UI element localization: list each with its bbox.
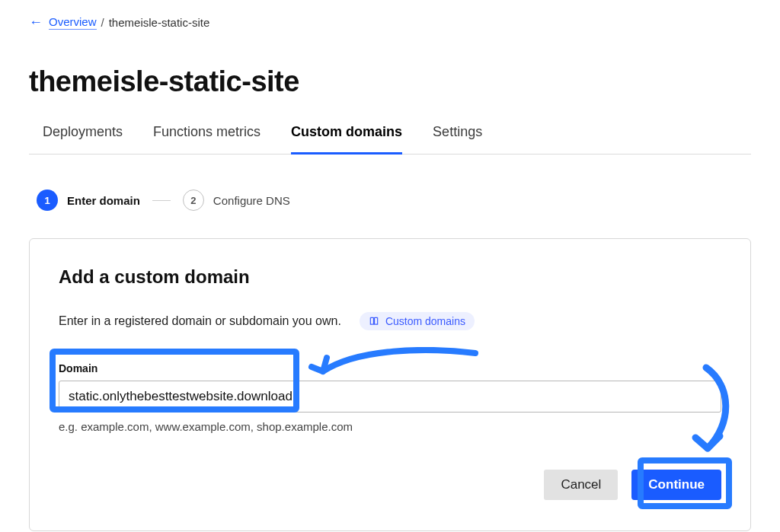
continue-button[interactable]: Continue [631, 470, 721, 500]
step-number-badge: 1 [37, 190, 58, 211]
domain-hint: e.g. example.com, www.example.com, shop.… [59, 420, 721, 433]
card-subtitle: Enter in a registered domain or subdomai… [59, 314, 341, 328]
step-label: Configure DNS [213, 194, 290, 207]
breadcrumb: ← Overview / themeisle-static-site [29, 12, 751, 32]
breadcrumb-overview-link[interactable]: Overview [49, 15, 97, 30]
book-icon [369, 316, 379, 327]
breadcrumb-separator: / [101, 16, 104, 29]
breadcrumb-current: themeisle-static-site [109, 16, 210, 29]
doc-chip-label: Custom domains [385, 315, 465, 327]
tab-custom-domains[interactable]: Custom domains [291, 123, 402, 155]
step-label: Enter domain [67, 194, 140, 207]
stepper: 1 Enter domain 2 Configure DNS [37, 190, 751, 211]
step-number-badge: 2 [183, 190, 204, 211]
tab-deployments[interactable]: Deployments [43, 123, 123, 155]
domain-input[interactable] [59, 381, 721, 413]
cancel-button[interactable]: Cancel [544, 470, 618, 500]
step-configure-dns: 2 Configure DNS [183, 190, 290, 211]
domain-label: Domain [59, 362, 721, 374]
form-actions: Cancel Continue [59, 470, 721, 500]
step-connector [152, 200, 171, 201]
domain-form-group: Domain e.g. example.com, www.example.com… [59, 362, 721, 433]
custom-domains-doc-chip[interactable]: Custom domains [360, 312, 475, 330]
back-arrow-icon[interactable]: ← [29, 15, 43, 29]
tab-functions-metrics[interactable]: Functions metrics [153, 123, 261, 155]
tabs: Deployments Functions metrics Custom dom… [29, 123, 751, 155]
step-enter-domain: 1 Enter domain [37, 190, 140, 211]
add-custom-domain-card: Add a custom domain Enter in a registere… [29, 238, 751, 531]
tab-settings[interactable]: Settings [433, 123, 482, 155]
page-title: themeisle-static-site [29, 65, 751, 98]
card-title: Add a custom domain [59, 266, 721, 288]
